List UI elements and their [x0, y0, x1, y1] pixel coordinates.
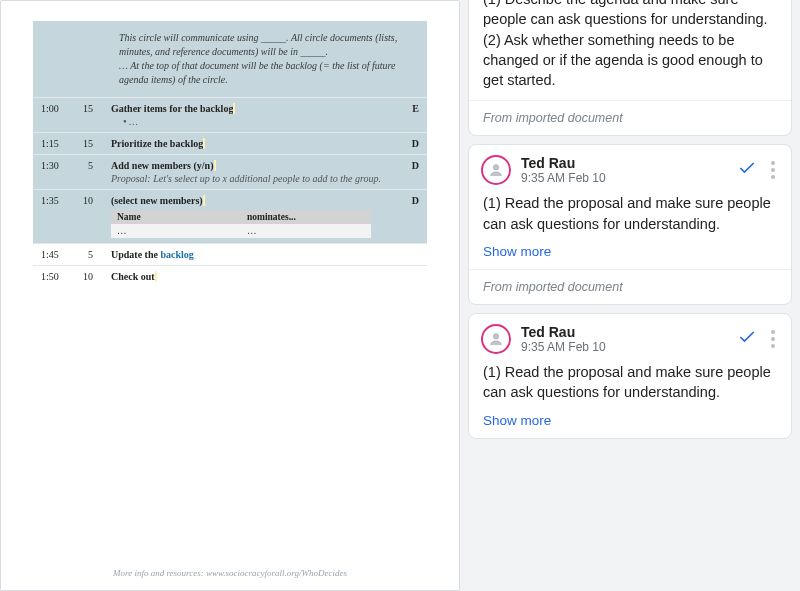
comment-source: From imported document [469, 269, 791, 304]
item-title: Gather items for the backlog [111, 103, 235, 114]
document-preview: This circle will communicate using _____… [0, 0, 460, 591]
backlog-link[interactable]: backlog [160, 249, 193, 260]
avatar [481, 155, 511, 185]
comment-author: Ted Rau [521, 155, 606, 171]
agenda-row: 1:35 10 (select new members) Namenominat… [33, 189, 427, 243]
agenda-row: 1:00 15 Gather items for the backlog • …… [33, 97, 427, 132]
user-icon [488, 162, 504, 178]
show-more-link[interactable]: Show more [469, 413, 791, 438]
comment-card[interactable]: Ted Rau 9:46 AM Feb 10 (1) Describe the … [468, 0, 792, 136]
comment-card[interactable]: Ted Rau 9:35 AM Feb 10 (1) Read the prop… [468, 144, 792, 305]
agenda-row: 1:15 15 Prioritize the backlog D [33, 132, 427, 154]
intro-block: This circle will communicate using _____… [33, 21, 427, 97]
sub-bullet: • … [123, 116, 401, 127]
comment-card[interactable]: Ted Rau 9:35 AM Feb 10 (1) Read the prop… [468, 313, 792, 439]
agenda-row: 1:30 5 Add new members (y/n) Proposal: L… [33, 154, 427, 189]
proposal-text: Proposal: Let's select up to x additiona… [111, 173, 401, 184]
resolve-button[interactable] [737, 327, 757, 351]
comment-author: Ted Rau [521, 324, 606, 340]
comment-timestamp: 9:35 AM Feb 10 [521, 340, 606, 354]
doc-footer: More info and resources: www.sociocracyf… [1, 568, 459, 578]
nominations-table: Namenominates... …… [111, 210, 371, 238]
check-icon [737, 327, 757, 347]
intro-text-1: This circle will communicate using _____… [119, 31, 417, 59]
comment-body: (1) Read the proposal and make sure peop… [469, 358, 791, 413]
comments-pane[interactable]: Ted Rau 9:46 AM Feb 10 (1) Describe the … [460, 0, 800, 591]
resolve-button[interactable] [737, 158, 757, 182]
show-more-link[interactable]: Show more [469, 244, 791, 269]
intro-text-2: … At the top of that document will be th… [119, 59, 417, 87]
comment-timestamp: 9:35 AM Feb 10 [521, 171, 606, 185]
avatar [481, 324, 511, 354]
agenda-row: 1:50 10 Check out [33, 265, 427, 287]
svg-point-1 [493, 165, 498, 170]
duration: 15 [75, 103, 101, 114]
svg-point-2 [493, 334, 498, 339]
tag: E [401, 103, 419, 114]
more-menu-button[interactable] [767, 157, 779, 183]
user-icon [488, 331, 504, 347]
more-menu-button[interactable] [767, 326, 779, 352]
comment-source: From imported document [469, 100, 791, 135]
comment-body: (1) Read the proposal and make sure peop… [469, 189, 791, 244]
time: 1:00 [41, 103, 75, 114]
check-icon [737, 158, 757, 178]
agenda-row: 1:45 5 Update the backlog [33, 243, 427, 265]
comment-body: (1) Describe the agenda and make sure pe… [469, 0, 791, 100]
